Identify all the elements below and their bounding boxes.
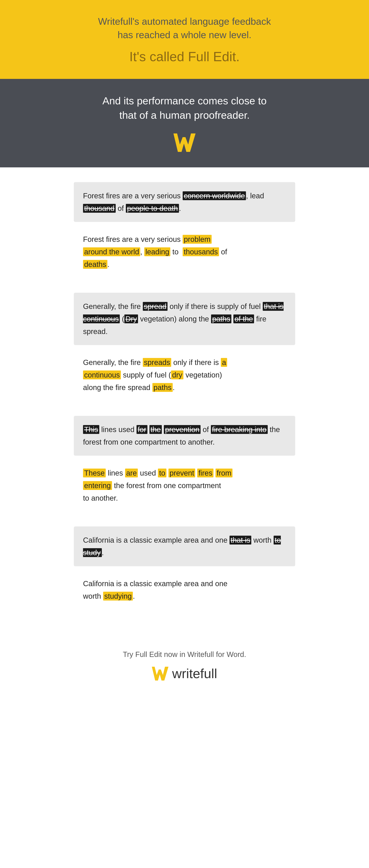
highlight-to: to <box>158 469 166 477</box>
original-text-2: Generally, the fire spread only if there… <box>74 293 295 345</box>
highlight-around-the-world: around the world <box>83 247 140 256</box>
highlight-entering: entering <box>83 481 112 490</box>
strike-thousand: thousand <box>83 204 116 213</box>
original-text-3: This lines used for the prevention of fi… <box>74 416 295 456</box>
header-yellow-section: Writefull's automated language feedbackh… <box>0 0 369 79</box>
text-block-pair-2: Generally, the fire spread only if there… <box>74 293 295 401</box>
highlight-from: from <box>216 469 232 477</box>
highlight-thousands: thousands <box>183 247 219 256</box>
header-dark-section: And its performance comes close tothat o… <box>0 79 369 167</box>
footer-logo-icon <box>152 667 168 681</box>
strike-people-to-death: people to death <box>126 204 179 213</box>
corrected-text-2: Generally, the fire spreads only if ther… <box>74 349 295 401</box>
highlight-leading: leading <box>144 247 170 256</box>
highlight-fires: fires <box>197 469 214 477</box>
footer-logo: writefull <box>74 666 295 681</box>
main-content: Forest fires are a very serious concern … <box>0 167 369 639</box>
header-subtitle: Writefull's automated language feedbackh… <box>74 15 295 42</box>
text-block-pair-4: California is a classic example area and… <box>74 526 295 610</box>
header-title: It's called Full Edit. <box>74 49 295 64</box>
highlight-spreads: spreads <box>143 358 171 367</box>
strike-the: the <box>149 425 162 434</box>
original-text-1: Forest fires are a very serious concern … <box>74 182 295 222</box>
corrected-text-3: These lines are used to prevent fires fr… <box>74 459 295 512</box>
try-text: Try Full Edit now in Writefull for Word. <box>74 650 295 659</box>
highlight-deaths: deaths <box>83 260 107 269</box>
original-text-4: California is a classic example area and… <box>74 526 295 566</box>
strike-prevention: prevention <box>164 425 201 434</box>
highlight-these: These <box>83 469 106 477</box>
strike-that-is: that is <box>229 536 252 545</box>
highlight-paths: paths <box>152 383 173 392</box>
highlight-are: are <box>125 469 138 477</box>
footer-section: Try Full Edit now in Writefull for Word.… <box>0 639 369 700</box>
text-block-pair-1: Forest fires are a very serious concern … <box>74 182 295 278</box>
strike-fire-breaking-into: fire breaking into <box>211 425 268 434</box>
highlight-studying: studying <box>103 592 133 600</box>
svg-marker-0 <box>173 133 196 152</box>
corrected-text-1: Forest fires are a very serious problema… <box>74 226 295 278</box>
strike-concern-worldwide: concern worldwide <box>183 191 246 200</box>
strike-paths: paths <box>211 314 231 323</box>
corrected-text-4: California is a classic example area and… <box>74 570 295 610</box>
strike-for: for <box>137 425 147 434</box>
highlight-a: a <box>221 358 227 367</box>
highlight-dry: dry <box>171 371 183 379</box>
writefull-logo-w <box>173 133 196 153</box>
performance-text: And its performance comes close tothat o… <box>74 94 295 123</box>
highlight-continuous: continuous <box>83 371 121 379</box>
strike-spread: spread <box>143 302 168 311</box>
highlight-problem: problem <box>183 235 211 244</box>
strike-of-the: of the <box>233 314 254 323</box>
footer-logo-text: writefull <box>172 666 217 681</box>
svg-marker-1 <box>152 667 168 681</box>
strike-this: This <box>83 425 99 434</box>
strike-dry: Dry <box>124 314 138 323</box>
highlight-prevent: prevent <box>168 469 195 477</box>
strike-to-study: to study <box>83 536 281 557</box>
text-block-pair-3: This lines used for the prevention of fi… <box>74 416 295 512</box>
